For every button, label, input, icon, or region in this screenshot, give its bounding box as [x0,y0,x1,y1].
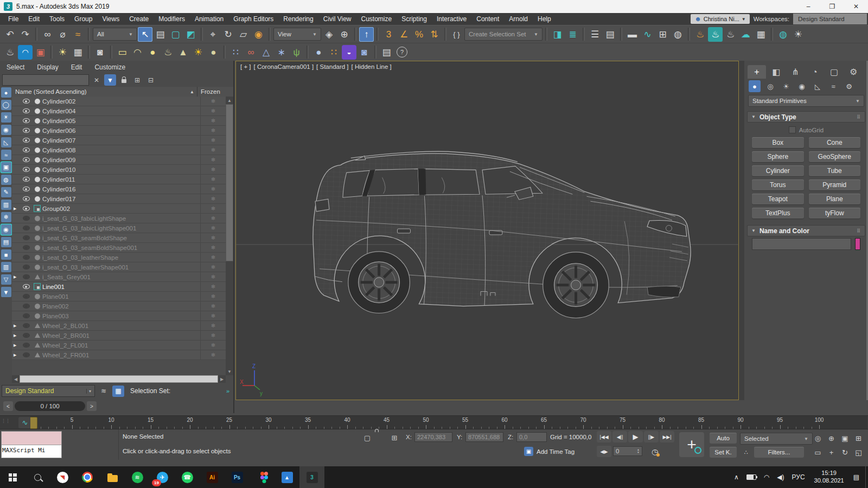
whatsapp-icon[interactable]: ☎ [175,466,200,488]
category-cameras[interactable]: ◉ [796,80,808,92]
filter-docs-icon[interactable]: ▥ [1,262,11,272]
frozen-toggle-icon[interactable]: ❄ [200,214,226,223]
chrome-icon[interactable] [75,466,100,488]
user-account-button[interactable]: ☻ Christina Ni... ▼ [691,14,750,24]
workspace-dropdown[interactable]: Design Standard [793,14,867,24]
time-configuration-icon[interactable]: ◷ [649,446,661,458]
frozen-column-header[interactable]: Frozen [197,87,233,97]
explorer-menu-customize[interactable]: Customize [94,63,131,71]
frozen-toggle-icon[interactable]: ❄ [200,311,226,320]
visibility-eye-icon[interactable] [21,128,32,133]
visibility-eye-icon[interactable] [21,352,32,357]
visibility-eye-icon[interactable] [21,177,32,182]
select-object-icon[interactable]: ↖ [138,27,152,42]
use-pivot-center-icon[interactable]: ◈ [322,27,336,42]
visibility-eye-icon[interactable] [21,167,32,172]
visibility-eye-icon[interactable] [21,245,32,250]
menu-create[interactable]: Create [124,15,154,23]
viewport[interactable]: [ + ] [ CoronaCamera001 ] [ Standard ] [… [235,61,739,400]
frozen-toggle-icon[interactable]: ❄ [200,321,226,330]
zoom-extents-icon[interactable]: ▣ [839,432,851,445]
frozen-toggle-icon[interactable]: ❄ [200,262,226,272]
cylinder-button[interactable]: Cylinder [752,165,804,176]
list-item[interactable]: i_seat_G_03_seamBoldShape001❄ [12,243,226,253]
photos-app-icon[interactable]: ▲ [275,466,299,488]
notification-center-icon[interactable]: ▤ [850,466,863,488]
menu-file[interactable]: File [3,15,23,23]
frozen-toggle-icon[interactable]: ❄ [200,175,226,184]
corona-renderer-icon[interactable]: ◠ [18,45,33,60]
color-dots-icon[interactable]: ∷ [327,45,341,60]
lock-icon[interactable] [118,74,130,86]
frozen-toggle-icon[interactable]: ❄ [200,126,226,135]
scroll-up-icon[interactable]: ▲ [226,97,233,104]
list-item[interactable]: Cylinder005❄ [12,116,226,126]
default-lighting-icon[interactable]: ◍ [776,27,790,42]
photoshop-icon[interactable]: Ps [225,466,250,488]
expand-arrow-icon[interactable]: ▶ [12,324,21,328]
list-item[interactable]: Cylinder007❄ [12,136,226,145]
menu-graph-editors[interactable]: Graph Editors [228,15,278,23]
frozen-toggle-icon[interactable]: ❄ [200,204,226,213]
spinner-arrows-icon[interactable]: ▲▼ [637,448,640,454]
x-coord-field[interactable]: 22470,383 [414,432,452,442]
search-icon[interactable] [25,466,50,488]
render-gallery-icon[interactable]: ▦ [754,27,768,42]
frozen-toggle-icon[interactable]: ❄ [200,292,226,301]
geosphere-button[interactable]: GeoSphere [809,151,861,162]
explorer-menu-select[interactable]: Select [7,63,30,71]
rect-selection-region-icon[interactable]: ▢ [168,27,183,42]
tab-display[interactable]: ▢ [825,65,844,79]
list-item[interactable]: i_seat_O_03_leatherShape001❄ [12,262,226,272]
select-place-icon[interactable]: ◉ [251,27,266,42]
filter-settings-icon[interactable]: ▽ [1,274,11,285]
absolute-mode-icon[interactable]: ⊞ [388,432,400,444]
zoom-all-icon[interactable]: ⊕ [825,432,838,445]
viewport-menu-general[interactable]: [ + ] [240,63,251,70]
set-key-button[interactable]: Set K. [710,447,737,458]
telegram-icon[interactable]: ✈19 [150,466,175,488]
visibility-eye-icon[interactable] [21,196,32,201]
teapot-icon[interactable]: ♨ [3,45,17,60]
playhead[interactable] [30,417,37,429]
scroll-down-icon[interactable]: ▼ [226,368,233,375]
teapot-button[interactable]: Teapot [752,194,804,204]
key-selection-dropdown[interactable]: Selected▼ [740,433,813,445]
object-type-rollout-header[interactable]: ▼ Object Type ⠿ [747,111,865,123]
schematic-view-icon[interactable]: ⊞ [655,27,670,42]
scroll-right-icon[interactable]: ▶ [218,375,226,383]
category-spacewarps[interactable]: ≈ [827,80,839,92]
collapse-hierarchy-icon[interactable]: ⊟ [145,74,157,86]
select-move-icon[interactable]: ⌖ [206,27,220,42]
list-item[interactable]: ▶Group002❄ [12,204,226,214]
list-item[interactable]: i_seat_O_03_leatherShape❄ [12,253,226,262]
filter-cameras-icon[interactable]: ◉ [1,125,11,135]
range-next-button[interactable]: > [87,401,97,411]
viewport-menu-standard[interactable]: [ Standard ] [316,63,348,70]
sphere-icon[interactable]: ● [311,45,326,60]
scrollbar-thumb[interactable] [226,104,233,261]
frozen-toggle-icon[interactable]: ❄ [200,233,226,242]
list-item[interactable]: Cylinder004❄ [12,106,226,116]
list-item[interactable]: ▶Wheel_2_FR001❄ [12,350,226,360]
visibility-eye-icon[interactable] [21,274,32,279]
frozen-toggle-icon[interactable]: ❄ [200,145,226,155]
scrollbar-thumb[interactable] [20,375,218,383]
render-in-cloud-icon[interactable]: ☁ [738,27,753,42]
tyflow-button[interactable]: tyFlow [809,208,861,219]
language-indicator[interactable]: РУС [788,466,809,488]
camera-icon[interactable]: ◙ [93,45,107,60]
menu-animation[interactable]: Animation [190,15,228,23]
start-button[interactable] [0,466,25,488]
list-item[interactable]: ▶i_Seats_Grey001❄ [12,272,226,282]
current-frame-field[interactable]: 0 ▲▼ [613,446,642,456]
frozen-toggle-icon[interactable]: ❄ [200,155,226,164]
corona-teapot-light-icon[interactable]: ♨ [161,45,175,60]
close-button[interactable]: ✕ [844,0,868,13]
list-item[interactable]: i_seat_G_03_seamBoldShape❄ [12,233,226,243]
range-prev-button[interactable]: < [3,401,13,411]
timeline-ruler[interactable]: 0510152025303540455055606570758085909510… [30,416,867,429]
name-column-header[interactable]: Name (Sorted Ascending) ▲ [12,88,197,95]
cone-button[interactable]: Cone [809,137,861,148]
next-frame-button[interactable]: ||▶ [644,431,659,442]
